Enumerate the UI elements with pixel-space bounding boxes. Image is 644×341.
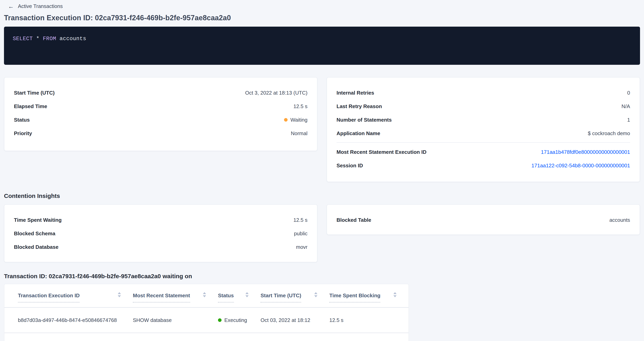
blocked-schema-label: Blocked Schema <box>14 230 55 236</box>
back-arrow-icon: ← <box>8 3 14 9</box>
priority-value: Normal <box>291 130 308 136</box>
time-spent-waiting-value: 12.5 s <box>293 217 308 223</box>
internal-retries-value: 0 <box>627 90 630 96</box>
sort-icon <box>118 292 121 297</box>
number-of-statements-value: 1 <box>627 117 630 123</box>
blocked-table-row: Blocked Table accounts <box>327 213 640 227</box>
session-id-row: Session ID 171aa122-c092-54b8-0000-00000… <box>327 159 640 172</box>
table-header-row: Transaction Execution ID Most Recent Sta… <box>4 284 408 308</box>
executing-status-dot-icon <box>218 318 222 322</box>
cell-start-time: Oct 03, 2022 at 18:12 <box>260 308 329 333</box>
blocked-database-row: Blocked Database movr <box>4 240 317 254</box>
elapsed-time-row: Elapsed Time 12.5 s <box>4 99 317 113</box>
internal-retries-label: Internal Retries <box>336 90 374 96</box>
sql-statement-text: SELECT * FROM accounts <box>13 35 632 42</box>
elapsed-time-value: 12.5 s <box>293 103 308 109</box>
session-id-link[interactable]: 171aa122-c092-54b8-0000-000000000001 <box>532 162 630 168</box>
back-link-label: Active Transactions <box>18 3 63 9</box>
sql-operand-star: * <box>33 36 43 42</box>
table-row: b8d7d03a-d497-446b-8474-e50846674768 SHO… <box>4 308 408 333</box>
column-header-most-recent-statement[interactable]: Most Recent Statement <box>133 284 218 308</box>
number-of-statements-row: Number of Statements 1 <box>327 113 640 126</box>
internal-retries-row: Internal Retries 0 <box>327 86 640 99</box>
contention-right-card: Blocked Table accounts <box>326 204 640 235</box>
sort-icon <box>314 292 318 297</box>
application-name-value: $ cockroach demo <box>588 130 630 136</box>
column-header-label: Most Recent Statement <box>133 293 190 303</box>
priority-label: Priority <box>14 130 32 136</box>
sql-keyword-from: FROM <box>43 36 56 42</box>
sort-icon <box>246 292 248 297</box>
cell-most-recent-statement: SHOW database <box>133 308 218 333</box>
cell-status: Executing <box>218 308 260 333</box>
overview-left-card: Start Time (UTC) Oct 3, 2022 at 18:13 (U… <box>4 77 318 151</box>
column-header-transaction-execution-id[interactable]: Transaction Execution ID <box>4 284 133 308</box>
blocked-database-label: Blocked Database <box>14 244 58 250</box>
statement-execution-id-link[interactable]: 171aa1b478fdf0e80000000000000001 <box>541 149 630 155</box>
sort-icon <box>394 292 396 297</box>
overview-right-card: Internal Retries 0 Last Retry Reason N/A… <box>326 77 640 182</box>
page-title: Transaction Execution ID: 02ca7931-f246-… <box>4 14 640 22</box>
statement-execution-id-row: Most Recent Statement Execution ID 171aa… <box>327 145 640 159</box>
column-header-label: Status <box>218 293 234 303</box>
blocked-database-value: movr <box>296 244 308 250</box>
column-header-label: Transaction Execution ID <box>18 293 80 303</box>
column-header-label: Start Time (UTC) <box>260 293 301 303</box>
statement-execution-id-label: Most Recent Statement Execution ID <box>336 149 426 155</box>
sql-statement-box: SELECT * FROM accounts <box>4 27 640 65</box>
application-name-row: Application Name $ cockroach demo <box>327 126 640 140</box>
status-value: Waiting <box>284 117 308 123</box>
sql-keyword-select: SELECT <box>13 36 33 42</box>
start-time-label: Start Time (UTC) <box>14 90 55 96</box>
contention-left-card: Time Spent Waiting 12.5 s Blocked Schema… <box>4 204 318 262</box>
contention-cards-row: Time Spent Waiting 12.5 s Blocked Schema… <box>4 204 640 262</box>
cell-transaction-execution-id: b8d7d03a-d497-446b-8474-e50846674768 <box>4 308 133 333</box>
status-value-text: Waiting <box>290 117 308 123</box>
last-retry-reason-row: Last Retry Reason N/A <box>327 99 640 113</box>
overview-cards-row: Start Time (UTC) Oct 3, 2022 at 18:13 (U… <box>4 77 640 182</box>
card-divider <box>336 142 630 143</box>
transaction-details-page: ← Active Transactions Transaction Execut… <box>0 0 644 341</box>
waiting-status-dot-icon <box>284 118 288 121</box>
number-of-statements-label: Number of Statements <box>336 117 392 123</box>
last-retry-reason-value: N/A <box>622 103 630 109</box>
status-label: Status <box>14 117 30 123</box>
start-time-value: Oct 3, 2022 at 18:13 (UTC) <box>245 90 308 96</box>
waiting-on-table-card: Transaction Execution ID Most Recent Sta… <box>4 284 409 341</box>
sort-icon <box>203 292 206 297</box>
elapsed-time-label: Elapsed Time <box>14 103 47 109</box>
cell-status-text: Executing <box>224 317 247 323</box>
blocked-table-value: accounts <box>610 217 630 223</box>
session-id-label: Session ID <box>336 162 363 168</box>
waiting-on-table: Transaction Execution ID Most Recent Sta… <box>4 284 408 333</box>
column-header-start-time[interactable]: Start Time (UTC) <box>260 284 329 308</box>
time-spent-waiting-label: Time Spent Waiting <box>14 217 62 223</box>
waiting-on-heading: Transaction ID: 02ca7931-f246-469b-b2fe-… <box>4 273 640 279</box>
application-name-label: Application Name <box>336 130 380 136</box>
start-time-row: Start Time (UTC) Oct 3, 2022 at 18:13 (U… <box>4 86 317 99</box>
column-header-label: Time Spent Blocking <box>329 293 380 303</box>
sql-operand-table: accounts <box>56 36 86 42</box>
cell-time-spent-blocking: 12.5 s <box>329 308 408 333</box>
back-link[interactable]: ← Active Transactions <box>0 0 644 9</box>
blocked-schema-value: public <box>294 230 308 236</box>
column-header-status[interactable]: Status <box>218 284 260 308</box>
last-retry-reason-label: Last Retry Reason <box>336 103 382 109</box>
blocked-table-label: Blocked Table <box>336 217 371 223</box>
blocked-schema-row: Blocked Schema public <box>4 227 317 240</box>
status-row: Status Waiting <box>4 113 317 126</box>
contention-insights-heading: Contention Insights <box>4 192 640 199</box>
time-spent-waiting-row: Time Spent Waiting 12.5 s <box>4 213 317 227</box>
column-header-time-spent-blocking[interactable]: Time Spent Blocking <box>329 284 408 308</box>
priority-row: Priority Normal <box>4 126 317 140</box>
